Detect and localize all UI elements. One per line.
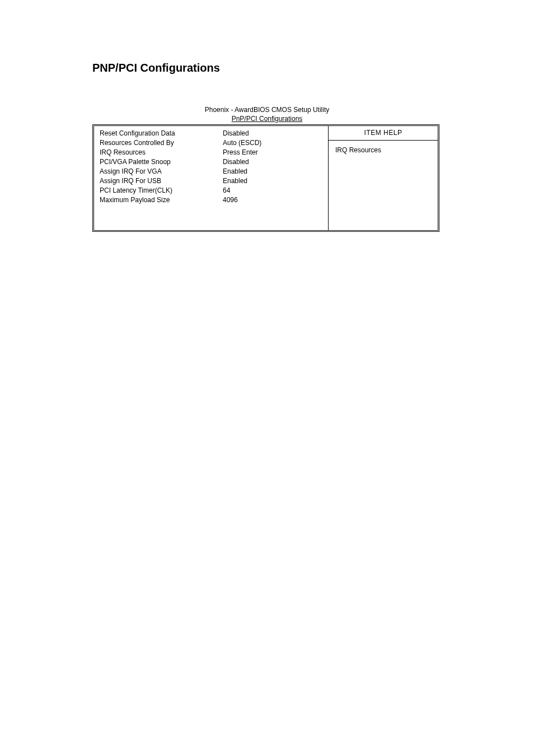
setting-label[interactable]: PCI Latency Timer(CLK) [100,186,223,194]
setting-label[interactable]: Resources Controlled By [100,139,223,147]
settings-values-column: Disabled Auto (ESCD) Press Enter Disable… [223,129,324,227]
setting-value[interactable]: Enabled [223,177,324,185]
setting-label[interactable]: Reset Configuration Data [100,129,223,137]
caption-line1: Phoenix - AwardBIOS CMOS Setup Utility [92,106,442,115]
setting-label[interactable]: IRQ Resources [100,148,223,156]
page-heading: PNP/PCI Configurations [92,62,442,74]
item-help-header: ITEM HELP [329,126,438,141]
bios-settings-area: Reset Configuration Data Resources Contr… [94,126,328,230]
caption-line2: PnP/PCI Configurations [92,115,442,124]
setting-value[interactable]: Disabled [223,158,324,166]
setting-value[interactable]: 64 [223,186,324,194]
setting-label[interactable]: Assign IRQ For USB [100,177,223,185]
bios-panel: Reset Configuration Data Resources Contr… [92,124,439,232]
setting-value[interactable]: Disabled [223,129,324,137]
setting-value[interactable]: Enabled [223,167,324,175]
setting-label[interactable]: Maximum Payload Size [100,196,223,204]
setting-value[interactable]: Press Enter [223,148,324,156]
item-help-panel: ITEM HELP IRQ Resources [328,126,438,230]
item-help-body: IRQ Resources [329,141,438,230]
setting-value[interactable]: 4096 [223,196,324,204]
setting-label[interactable]: Assign IRQ For VGA [100,167,223,175]
setting-label[interactable]: PCI/VGA Palette Snoop [100,158,223,166]
settings-labels-column: Reset Configuration Data Resources Contr… [100,129,223,227]
bios-caption: Phoenix - AwardBIOS CMOS Setup Utility P… [92,106,442,123]
setting-value[interactable]: Auto (ESCD) [223,139,324,147]
